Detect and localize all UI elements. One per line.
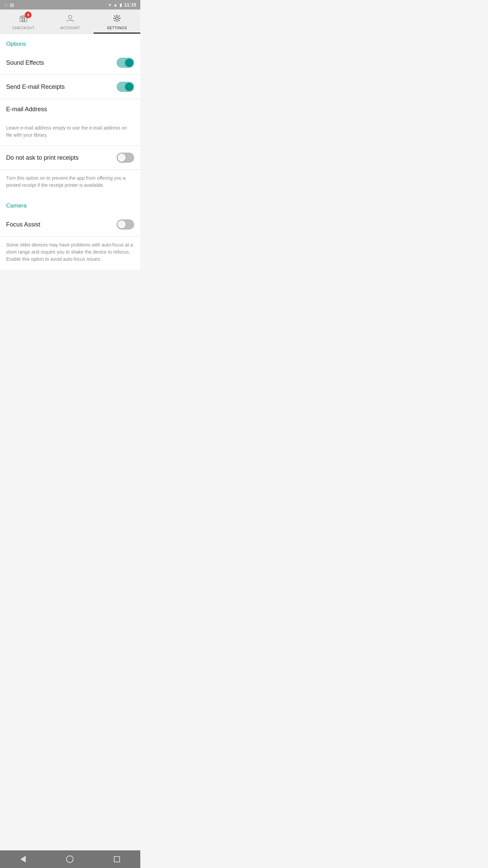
tab-checkout-label: CHECKOUT [12,26,35,30]
wifi-icon: ▾ [109,2,111,7]
tab-checkout[interactable]: 4 CHECKOUT [0,9,47,34]
email-receipts-thumb [125,83,133,91]
sound-effects-label: Sound Effects [6,59,44,66]
focus-assist-thumb [118,220,126,229]
focus-assist-row: Focus Assist [0,213,140,237]
svg-point-7 [68,15,72,19]
options-section-header: Options [0,34,140,51]
status-right-icons: ▾ ▲ ▮ 11:15 [109,2,136,7]
email-address-description: Leave e-mail address empty to use the e-… [0,120,140,145]
svg-point-9 [116,17,118,20]
tab-settings[interactable]: SETTINGS [94,9,140,34]
tab-settings-label: SETTINGS [107,26,127,30]
print-receipts-track [117,153,134,163]
focus-assist-toggle[interactable] [117,219,134,230]
status-bar: ◌ ▤ ▾ ▲ ▮ 11:15 [0,0,140,9]
camera-section-header: Camera [0,196,140,213]
email-address-row: E-mail Address [0,99,140,120]
svg-rect-0 [20,16,23,22]
circle-status-icon: ◌ [4,2,8,7]
account-icon-wrap [65,14,75,24]
settings-page: Options Sound Effects Send E-mail Receip… [0,34,140,270]
settings-icon-wrap [112,14,122,24]
email-receipts-toggle[interactable] [117,82,134,92]
settings-icon [112,14,122,23]
tab-account-label: ACCOUNT [60,26,80,30]
email-receipts-label: Send E-mail Receipts [6,83,65,91]
print-receipts-toggle[interactable] [117,153,134,163]
checkout-icon-wrap: 4 [19,14,28,24]
print-receipts-label: Do not ask to print receipts [6,154,79,161]
focus-assist-label: Focus Assist [6,221,40,228]
sim-icon: ▤ [10,2,14,7]
sound-effects-thumb [125,59,133,67]
sound-effects-toggle[interactable] [117,58,134,68]
print-receipts-row: Do not ask to print receipts [0,146,140,170]
email-receipts-track [117,82,134,92]
focus-assist-track [117,219,134,230]
email-address-label: E-mail Address [6,106,47,113]
tab-account[interactable]: ACCOUNT [47,9,94,34]
print-receipts-description: Turn this option on to prevent the app f… [0,170,140,196]
email-receipts-row: Send E-mail Receipts [0,75,140,99]
battery-icon: ▮ [120,2,122,7]
status-left-icons: ◌ ▤ [4,2,14,7]
sound-effects-row: Sound Effects [0,51,140,75]
checkout-badge: 4 [25,12,32,18]
focus-assist-description: Some older devices may have problems wit… [0,237,140,270]
account-icon [65,14,75,23]
print-receipts-thumb [118,154,126,162]
status-time: 11:15 [124,2,136,7]
sound-effects-track [117,58,134,68]
settings-content: Options Sound Effects Send E-mail Receip… [0,34,140,287]
tab-bar: 4 CHECKOUT ACCOUNT SETTINGS [0,9,140,34]
signal-icon: ▲ [113,2,118,7]
